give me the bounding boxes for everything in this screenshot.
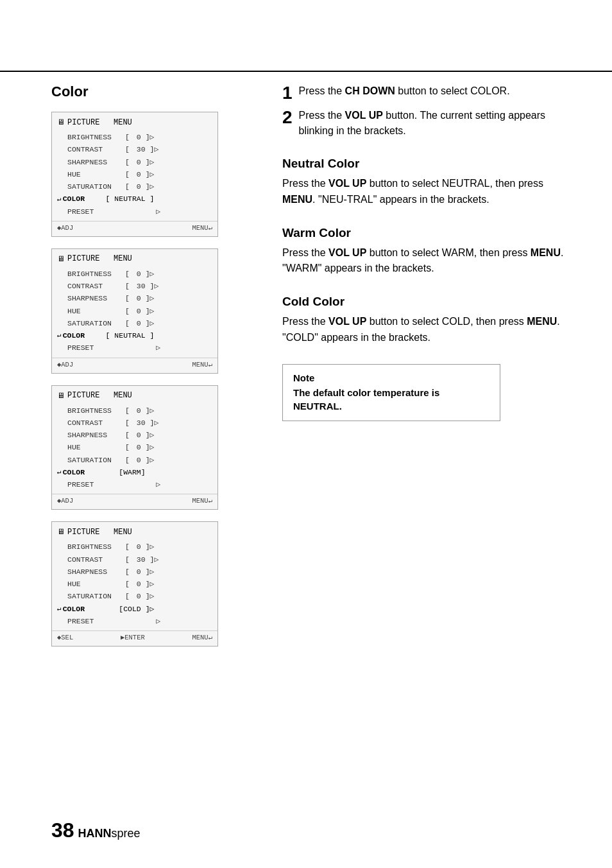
cold-color-title: Cold Color [282,295,574,309]
step-2: 2 Press the VOL UP button. The current s… [282,108,574,139]
menu-row-contrast-1: CONTRAST [ 30 ]▷ [52,143,217,155]
warm-color-title: Warm Color [282,226,574,240]
footer-menu-4: MENU↵ [192,633,212,641]
left-column: Color 🖥 PICTURE MENU BRIGHTNESS [ 0 ]▷ C… [51,83,250,658]
step-2-text: Press the VOL UP button. The current set… [299,108,574,139]
menu-header-2: 🖥 PICTURE MENU [52,253,217,266]
menu-row-preset-2: PRESET ▷ [52,342,217,354]
menu-footer-2: ◆ADJ MENU↵ [52,358,217,369]
menu-footer-1: ◆ADJ MENU↵ [52,221,217,232]
menu-row-brightness-1: BRIGHTNESS [ 0 ]▷ [52,131,217,143]
menu-header-3: 🖥 PICTURE MENU [52,390,217,403]
menu-row-brightness-4: BRIGHTNESS [ 0 ]▷ [52,541,217,553]
menu-rows-4: BRIGHTNESS [ 0 ]▷ CONTRAST [ 30 ]▷ SHARP… [52,539,217,629]
menu-rows-3: BRIGHTNESS [ 0 ]▷ CONTRAST [ 30 ]▷ SHARP… [52,403,217,492]
menu-row-preset-3: PRESET ▷ [52,478,217,490]
menu-row-hue-2: HUE [ 0 ]▷ [52,305,217,317]
menu-header-title-3: PICTURE MENU [67,391,132,400]
menu-row-saturation-3: SATURATION [ 0 ]▷ [52,454,217,466]
menu-row-contrast-3: CONTRAST [ 30 ]▷ [52,417,217,429]
cold-color-text: Press the VOL UP button to select COLD, … [282,314,574,346]
menu-header-title-2: PICTURE MENU [67,254,132,263]
menu-row-hue-1: HUE [ 0 ]▷ [52,168,217,180]
step-1-text: Press the CH DOWN button to select COLOR… [299,83,574,99]
warm-color-text: Press the VOL UP button to select WARM, … [282,245,574,277]
section-title: Color [51,83,250,100]
menu-box-3: 🖥 PICTURE MENU BRIGHTNESS [ 0 ]▷ CONTRAS… [51,385,218,510]
step-1-number: 1 [282,83,293,103]
footer-menu-2: MENU↵ [192,360,212,369]
brand: HANNspree [78,827,140,840]
menu-row-sharpness-3: SHARPNESS [ 0 ]▷ [52,429,217,441]
footer-enter-4: ▶ENTER [121,633,145,641]
brand-bold: HANN [78,827,112,840]
menu-row-brightness-2: BRIGHTNESS [ 0 ]▷ [52,268,217,280]
picture-icon-3: 🖥 [57,391,65,401]
note-title: Note [293,372,489,383]
page-footer: 38 HANNspree [51,819,140,842]
menu-box-2: 🖥 PICTURE MENU BRIGHTNESS [ 0 ]▷ CONTRAS… [51,248,218,374]
note-text: The default color temperature is NEUTRAL… [293,386,489,413]
step-1: 1 Press the CH DOWN button to select COL… [282,83,574,99]
menu-row-color-4: ↵ COLOR [COLD ]▷ [52,603,217,615]
menu-row-sharpness-2: SHARPNESS [ 0 ]▷ [52,292,217,304]
menu-row-sharpness-4: SHARPNESS [ 0 ]▷ [52,566,217,578]
menu-row-color-3: ↵ COLOR [WARM] [52,466,217,478]
footer-sel-4: ◆SEL [57,633,73,641]
menu-row-contrast-4: CONTRAST [ 30 ]▷ [52,553,217,566]
menu-row-hue-3: HUE [ 0 ]▷ [52,441,217,453]
menu-row-color-1: ↵ COLOR [ NEUTRAL ] [52,193,217,205]
menu-row-preset-4: PRESET ▷ [52,615,217,627]
step-2-number: 2 [282,108,293,128]
menu-row-color-2: ↵ COLOR [ NEUTRAL ] [52,329,217,342]
menu-row-preset-1: PRESET ▷ [52,205,217,218]
menu-footer-3: ◆ADJ MENU↵ [52,494,217,505]
menu-row-contrast-2: CONTRAST [ 30 ]▷ [52,280,217,292]
footer-adj-1: ◆ADJ [57,223,73,232]
brand-light: spree [112,827,140,840]
picture-icon-4: 🖥 [57,527,65,537]
picture-icon-1: 🖥 [57,117,65,127]
menu-rows-1: BRIGHTNESS [ 0 ]▷ CONTRAST [ 30 ]▷ SHARP… [52,130,217,219]
menu-row-sharpness-1: SHARPNESS [ 0 ]▷ [52,156,217,168]
right-column: 1 Press the CH DOWN button to select COL… [269,83,574,658]
note-box: Note The default color temperature is NE… [282,364,500,421]
menu-row-saturation-2: SATURATION [ 0 ]▷ [52,317,217,329]
neutral-color-title: Neutral Color [282,157,574,171]
menu-header-4: 🖥 PICTURE MENU [52,526,217,539]
footer-menu-1: MENU↵ [192,223,212,232]
menu-footer-4: ◆SEL ▶ENTER MENU↵ [52,630,217,642]
menu-box-1: 🖥 PICTURE MENU BRIGHTNESS [ 0 ]▷ CONTRAS… [51,112,218,237]
menu-header-1: 🖥 PICTURE MENU [52,116,217,130]
neutral-color-text: Press the VOL UP button to select NEUTRA… [282,176,574,208]
top-rule [0,71,612,72]
menu-row-brightness-3: BRIGHTNESS [ 0 ]▷ [52,404,217,417]
menu-header-title-4: PICTURE MENU [67,528,132,537]
menu-header-title-1: PICTURE MENU [67,118,132,127]
footer-adj-3: ◆ADJ [57,496,73,505]
footer-adj-2: ◆ADJ [57,360,73,369]
menu-rows-2: BRIGHTNESS [ 0 ]▷ CONTRAST [ 30 ]▷ SHARP… [52,266,217,356]
page-number: 38 [51,819,74,842]
footer-menu-3: MENU↵ [192,496,212,505]
menu-box-4: 🖥 PICTURE MENU BRIGHTNESS [ 0 ]▷ CONTRAS… [51,521,218,647]
picture-icon-2: 🖥 [57,254,65,264]
menu-row-saturation-1: SATURATION [ 0 ]▷ [52,180,217,193]
menu-row-saturation-4: SATURATION [ 0 ]▷ [52,590,217,602]
menu-row-hue-4: HUE [ 0 ]▷ [52,578,217,590]
